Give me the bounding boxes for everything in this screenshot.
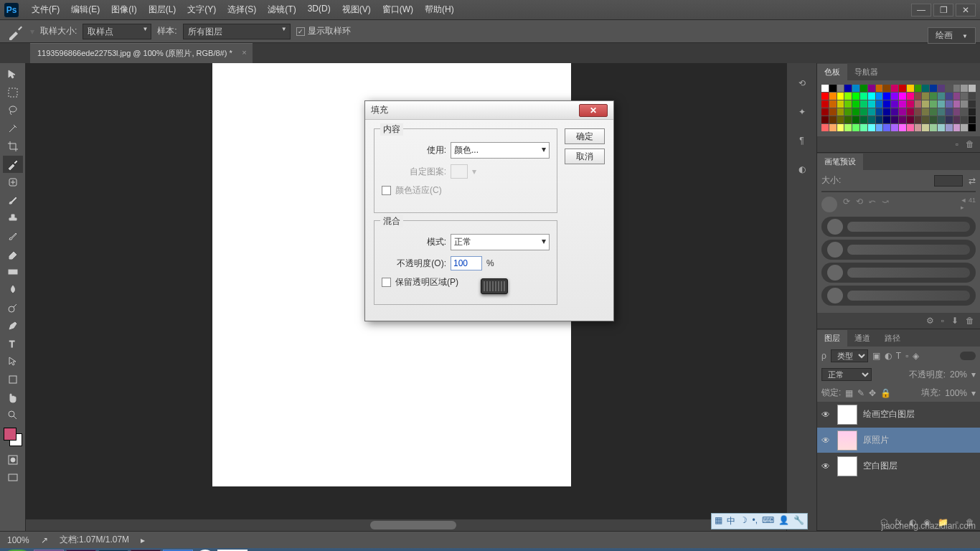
- crop-tool[interactable]: [3, 138, 23, 155]
- swatch[interactable]: [899, 100, 906, 108]
- tab-paths[interactable]: 路径: [877, 330, 908, 347]
- swatch[interactable]: [837, 85, 844, 92]
- character-icon[interactable]: ¶: [793, 132, 811, 149]
- swatch[interactable]: [852, 108, 859, 116]
- swatch[interactable]: [891, 93, 898, 100]
- new-brush-icon[interactable]: ▫: [941, 316, 944, 326]
- show-ring-checkbox[interactable]: ✓ 显示取样环: [296, 25, 351, 37]
- swatch[interactable]: [868, 93, 875, 100]
- sample-size-select[interactable]: 取样点: [83, 24, 151, 39]
- swatch[interactable]: [969, 85, 976, 92]
- quickmask-tool[interactable]: [3, 451, 23, 468]
- swatch[interactable]: [860, 108, 867, 116]
- lock-brush-icon[interactable]: ✎: [857, 388, 864, 398]
- swatch[interactable]: [946, 116, 953, 123]
- tab-brush[interactable]: 画笔预设: [817, 154, 863, 170]
- swatch[interactable]: [868, 108, 875, 116]
- eraser-tool[interactable]: [3, 245, 23, 263]
- menu-item[interactable]: 文字(Y): [182, 1, 222, 19]
- brush-tip-icon[interactable]: [821, 197, 837, 212]
- swatch[interactable]: [876, 85, 883, 92]
- dodge-tool[interactable]: [3, 299, 23, 316]
- swatch[interactable]: [969, 100, 976, 108]
- swatch[interactable]: [829, 108, 837, 116]
- swatch[interactable]: [860, 124, 867, 131]
- swatch[interactable]: [946, 85, 953, 92]
- tab-channels[interactable]: 通道: [847, 330, 877, 347]
- swatch[interactable]: [821, 100, 829, 108]
- swatch[interactable]: [969, 93, 976, 100]
- adjustments-icon[interactable]: ◐: [793, 161, 811, 178]
- swatch[interactable]: [891, 85, 898, 92]
- swatches-grid[interactable]: [817, 80, 980, 136]
- menu-item[interactable]: 帮助(H): [419, 1, 460, 19]
- swatch[interactable]: [883, 124, 890, 131]
- keyboard-icon[interactable]: [481, 278, 508, 294]
- preserve-checkbox[interactable]: [382, 278, 391, 287]
- tab-swatches[interactable]: 色板: [817, 64, 847, 80]
- swatch[interactable]: [837, 108, 844, 116]
- swatch[interactable]: [844, 116, 852, 123]
- swatch[interactable]: [922, 93, 929, 100]
- menu-item[interactable]: 文件(F): [26, 1, 65, 19]
- document-tab[interactable]: 1193596866ede22753l.jpg @ 100% (原照片, RGB…: [30, 43, 253, 63]
- swatch[interactable]: [883, 100, 890, 108]
- swatch[interactable]: [883, 116, 890, 123]
- delete-swatch-icon[interactable]: 🗑: [966, 139, 974, 149]
- properties-icon[interactable]: ✦: [793, 103, 811, 121]
- filter-toggle[interactable]: [960, 352, 976, 360]
- swatch[interactable]: [837, 100, 844, 108]
- shape-tool[interactable]: [3, 371, 23, 388]
- cancel-button[interactable]: 取消: [565, 149, 605, 164]
- export-icon[interactable]: ↗: [41, 535, 48, 545]
- swatch[interactable]: [883, 85, 890, 92]
- swatch[interactable]: [915, 116, 922, 123]
- swatch[interactable]: [915, 100, 922, 108]
- menu-item[interactable]: 选择(S): [222, 1, 262, 19]
- brush-opts-icon[interactable]: ⚙: [926, 316, 934, 326]
- swatch[interactable]: [844, 108, 852, 116]
- brush-tool[interactable]: [3, 192, 23, 209]
- lasso-tool[interactable]: [3, 102, 23, 119]
- swatch[interactable]: [852, 116, 859, 123]
- swatch[interactable]: [868, 116, 875, 123]
- swatch[interactable]: [938, 85, 945, 92]
- swatch[interactable]: [876, 100, 883, 108]
- swatch[interactable]: [844, 100, 852, 108]
- swatch[interactable]: [961, 108, 968, 116]
- mode-select[interactable]: 正常▾: [451, 234, 550, 250]
- swatch[interactable]: [852, 124, 859, 131]
- swatch[interactable]: [844, 85, 852, 92]
- swatch[interactable]: [969, 124, 976, 131]
- swatch[interactable]: [969, 108, 976, 116]
- swatch[interactable]: [915, 108, 922, 116]
- swatch[interactable]: [860, 93, 867, 100]
- swatch[interactable]: [899, 116, 906, 123]
- swatch[interactable]: [930, 116, 937, 123]
- visibility-icon[interactable]: 👁: [821, 461, 831, 471]
- swatch[interactable]: [922, 100, 929, 108]
- swatch[interactable]: [821, 93, 829, 100]
- workspace-select[interactable]: 绘画 ▼: [928, 27, 976, 44]
- swatch[interactable]: [852, 100, 859, 108]
- swatch[interactable]: [876, 116, 883, 123]
- swatch[interactable]: [868, 85, 875, 92]
- dialog-titlebar[interactable]: 填充 ✕: [365, 101, 613, 120]
- swatch[interactable]: [961, 100, 968, 108]
- swatch[interactable]: [930, 124, 937, 131]
- lock-pixels-icon[interactable]: ▦: [845, 388, 853, 398]
- brush-preset[interactable]: [821, 263, 976, 283]
- layer-filter-select[interactable]: 类型: [831, 349, 868, 362]
- swatch[interactable]: [891, 116, 898, 123]
- swatch[interactable]: [821, 116, 829, 123]
- swatch[interactable]: [829, 116, 837, 123]
- swatch[interactable]: [907, 85, 914, 92]
- type-tool[interactable]: T: [3, 335, 23, 352]
- swatch[interactable]: [946, 108, 953, 116]
- swatch[interactable]: [868, 100, 875, 108]
- swatch[interactable]: [961, 85, 968, 92]
- menu-item[interactable]: 视图(V): [336, 1, 377, 19]
- visibility-icon[interactable]: 👁: [821, 410, 831, 420]
- lock-all-icon[interactable]: 🔒: [880, 388, 891, 398]
- ext-icon[interactable]: ▦: [715, 515, 722, 527]
